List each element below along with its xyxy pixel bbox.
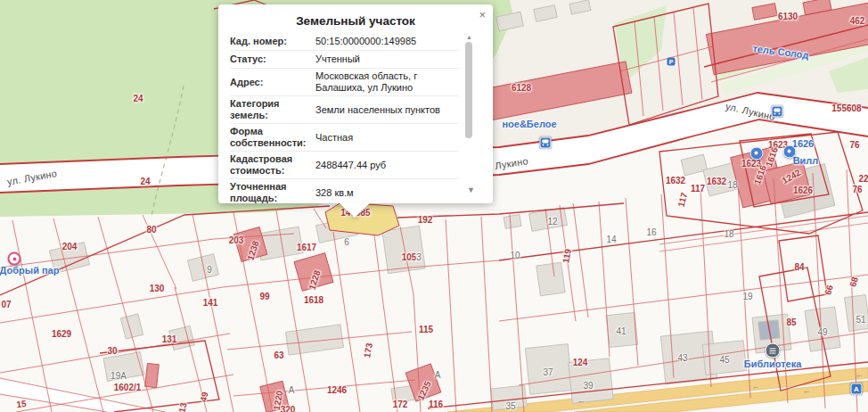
popup-pointer <box>339 202 371 218</box>
parking-icon[interactable]: Р <box>667 58 676 66</box>
field-value: Московская область, г Балашиха, ул Лукин… <box>312 70 459 94</box>
library-icon[interactable] <box>766 343 781 358</box>
field-value: Учтенный <box>312 54 459 65</box>
poi-icon[interactable] <box>750 147 764 161</box>
spa-poi-icon[interactable] <box>8 252 21 266</box>
field-label: Кадастровая стоимость: <box>230 153 312 177</box>
popup-row: Форма собственности: Частная <box>230 123 459 151</box>
popup-row: Категория земель: Земли населенных пункт… <box>230 95 459 123</box>
poi-icon[interactable] <box>783 145 797 159</box>
field-label: Уточненная площадь: <box>230 181 312 203</box>
scroll-up-icon[interactable]: ▲ <box>466 34 472 40</box>
field-value: 2488447.44 руб <box>312 160 459 171</box>
close-icon[interactable]: × <box>479 9 486 21</box>
popup-scrollbar[interactable] <box>465 42 472 138</box>
field-value: 328 кв.м <box>312 187 459 199</box>
popup-row: Кадастровая стоимость: 2488447.44 руб <box>230 151 459 178</box>
bus-stop-icon[interactable] <box>540 137 552 149</box>
cadastral-map-app: 242420480130141071629131301602/115491320… <box>0 0 868 412</box>
parcel-info-popup: × Земельный участок Кад. номер: 50:15:00… <box>218 4 493 203</box>
popup-row: Адрес: Московская область, г Балашиха, у… <box>230 68 459 95</box>
field-value: Земли населенных пунктов <box>312 104 459 116</box>
popup-row: Кад. номер: 50:15:0000000:149985 <box>230 33 459 50</box>
field-value: Частная <box>312 132 459 144</box>
popup-title: Земельный участок <box>218 14 493 28</box>
popup-row: Уточненная площадь: 328 кв.м <box>230 178 459 203</box>
scroll-down-icon[interactable]: ▼ <box>467 185 475 194</box>
field-value: 50:15:0000000:149985 <box>312 36 459 47</box>
bus-stop-a-icon[interactable]: А <box>851 383 863 395</box>
field-label: Категория земель: <box>230 98 312 121</box>
field-label: Адрес: <box>230 77 312 88</box>
field-label: Кад. номер: <box>230 36 312 47</box>
popup-rows: Кад. номер: 50:15:0000000:149985 Статус:… <box>230 33 459 203</box>
bus-stop-icon[interactable] <box>772 106 783 118</box>
field-label: Статус: <box>230 54 312 65</box>
popup-row: Статус: Учтенный <box>230 50 459 68</box>
field-label: Форма собственности: <box>230 126 312 149</box>
